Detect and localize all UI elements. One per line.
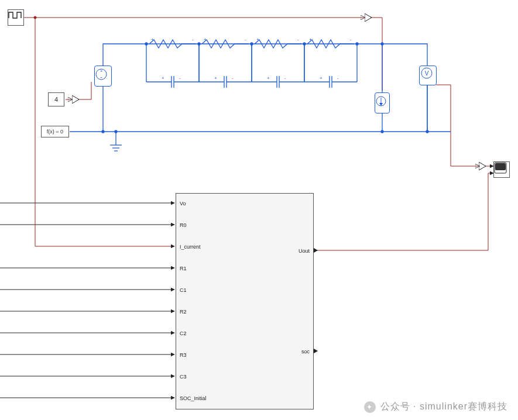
constant-block[interactable]: 4	[48, 92, 64, 106]
svg-text:-: -	[297, 37, 299, 42]
svg-point-12	[381, 43, 383, 45]
svg-text:-: -	[100, 74, 102, 80]
svg-point-10	[115, 130, 117, 133]
scope-icon	[494, 162, 507, 174]
svg-text:+: +	[320, 75, 323, 81]
pulse-icon	[8, 10, 22, 20]
watermark-name: simulinker赛博科技	[420, 401, 507, 411]
port-arrow-soc	[314, 349, 318, 353]
svg-text:-: -	[350, 37, 352, 42]
svg-text:+: +	[267, 75, 270, 81]
subsystem-input-wires	[0, 203, 174, 398]
port-label-soc: soc	[301, 349, 310, 354]
scope-block[interactable]	[493, 161, 510, 178]
sim-to-phys-icon-top	[365, 13, 373, 22]
sim-to-phys-icon	[72, 95, 80, 104]
svg-text:+: +	[162, 75, 164, 81]
svg-point-9	[102, 130, 104, 133]
svg-point-14	[145, 43, 147, 45]
svg-text:+: +	[309, 37, 312, 42]
port-label-c2: C2	[180, 331, 187, 336]
svg-text:-: -	[232, 75, 234, 81]
svg-rect-58	[495, 163, 506, 170]
electrical-wires	[70, 40, 451, 145]
svg-text:-: -	[179, 75, 181, 81]
svg-text:+: +	[100, 68, 103, 74]
port-arrow-uout	[314, 248, 318, 253]
rc-stage-3	[252, 40, 304, 88]
svg-text:-: -	[245, 37, 246, 42]
constant-value: 4	[54, 96, 58, 103]
rc-stage-2	[199, 40, 252, 88]
svg-marker-49	[479, 162, 486, 170]
port-label-soc-init: SOC_Initial	[180, 395, 207, 401]
svg-text:+: +	[214, 75, 217, 81]
port-label-r1: R1	[180, 266, 187, 271]
port-label-r3: R3	[180, 352, 187, 358]
svg-text:-: -	[284, 75, 286, 81]
svg-point-18	[356, 43, 358, 45]
voltage-sensor-block[interactable]: V	[419, 66, 437, 85]
current-source-icon	[375, 93, 387, 109]
rc-stage-1	[146, 40, 199, 88]
svg-text:+: +	[151, 37, 154, 42]
svg-point-11	[381, 130, 383, 133]
port-label-r0: R0	[180, 222, 187, 228]
ground-icon	[110, 145, 122, 151]
watermark-prefix: 公众号 ·	[380, 401, 420, 411]
svg-text:V: V	[425, 70, 429, 77]
subsystem-block[interactable]: Vo R0 I_current R1 C1 R2 C2 R3 C3 SOC_In…	[176, 193, 314, 409]
watermark: ✦ 公众号 · simulinker赛博科技	[364, 401, 507, 413]
port-label-r2: R2	[180, 309, 187, 315]
wechat-icon: ✦	[364, 401, 376, 413]
port-label-uout: Uout	[299, 248, 310, 254]
controlled-voltage-source-block[interactable]: + -	[94, 66, 112, 87]
svg-marker-47	[72, 95, 79, 104]
svg-text:-: -	[337, 75, 339, 81]
svg-point-17	[303, 43, 306, 45]
svg-point-15	[198, 43, 200, 45]
svg-text:+: +	[204, 37, 207, 42]
svg-point-13	[426, 130, 428, 133]
port-label-vo: Vo	[180, 201, 186, 206]
pulse-generator-block[interactable]	[8, 9, 24, 26]
solver-label: f(x) = 0	[47, 129, 63, 135]
port-label-c3: C3	[180, 374, 187, 380]
port-label-c1: C1	[180, 287, 187, 293]
rc-stage-4	[304, 40, 357, 88]
solver-config-block[interactable]: f(x) = 0	[41, 126, 69, 137]
port-label-i-current: I_current	[180, 244, 201, 250]
svg-text:-: -	[192, 37, 194, 42]
svg-text:+: +	[256, 37, 259, 42]
phys-to-sim-icon	[479, 162, 487, 170]
current-source-block[interactable]	[375, 92, 390, 113]
svg-point-16	[251, 43, 253, 45]
svg-marker-48	[365, 13, 372, 22]
voltage-source-icon: + -	[95, 66, 108, 82]
voltmeter-icon: V	[420, 66, 434, 81]
